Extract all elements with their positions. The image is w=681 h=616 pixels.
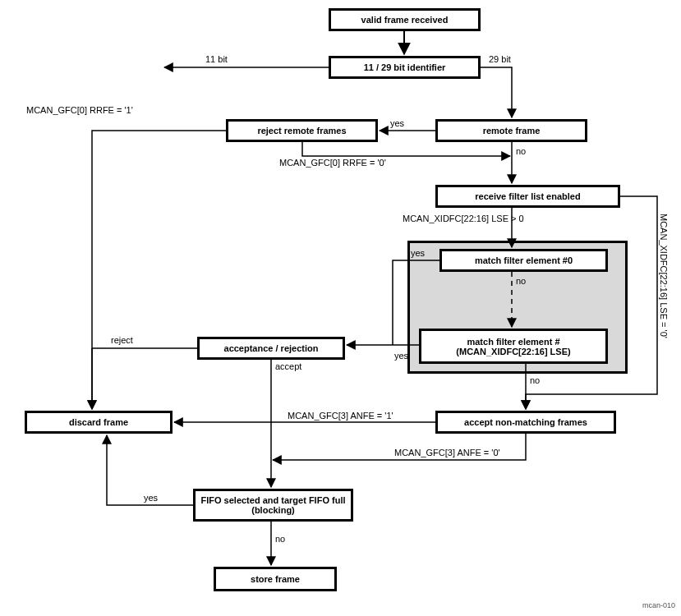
node-valid-frame: valid frame received: [329, 8, 481, 31]
lbl-anfe1: MCAN_GFC[3] ANFE = '1': [288, 411, 393, 421]
node-remote-frame: remote frame: [435, 119, 587, 142]
node-store: store frame: [214, 567, 337, 591]
node-reject-remote: reject remote frames: [226, 119, 378, 142]
lbl-no-remote: no: [516, 146, 526, 156]
lbl-no-matchn: no: [530, 375, 540, 385]
lbl-lse-eq0: MCAN_XIDFC[22:16] LSE = '0': [659, 214, 669, 338]
lbl-rrfe1: MCAN_GFC[0] RRFE = '1': [26, 105, 133, 115]
node-match-filter-0: match filter element #0: [439, 249, 608, 272]
node-discard: discard frame: [25, 411, 173, 434]
node-accept-nonmatch: accept non-matching frames: [435, 411, 616, 434]
lbl-rrfe0: MCAN_GFC[0] RRFE = '0': [279, 158, 386, 168]
lbl-11bit: 11 bit: [205, 54, 228, 64]
lbl-no-match0: no: [516, 276, 526, 286]
node-match-filter-n: match filter element #(MCAN_XIDFC[22:16]…: [419, 329, 608, 364]
node-identifier: 11 / 29 bit identifier: [329, 56, 481, 79]
footer-id: mcan-010: [642, 601, 675, 609]
lbl-yes-fifo: yes: [144, 493, 158, 503]
lbl-lse-gt0: MCAN_XIDFC[22:16] LSE > 0: [403, 214, 524, 223]
node-recv-filter-enabled: receive filter list enabled: [435, 185, 620, 208]
lbl-no-fifo: no: [275, 534, 285, 544]
lbl-reject: reject: [111, 335, 133, 345]
lbl-yes-matchn: yes: [394, 351, 408, 361]
lbl-anfe0: MCAN_GFC[3] ANFE = '0': [394, 448, 500, 457]
node-acceptance: acceptance / rejection: [197, 337, 345, 360]
node-fifo-full: FIFO selected and target FIFO full (bloc…: [193, 489, 353, 522]
flowchart: valid frame received 11 / 29 bit identif…: [0, 0, 681, 616]
lbl-yes-remote: yes: [390, 118, 404, 128]
lbl-29bit: 29 bit: [489, 54, 511, 64]
lbl-accept: accept: [275, 361, 301, 371]
lbl-yes-match0: yes: [411, 248, 425, 258]
